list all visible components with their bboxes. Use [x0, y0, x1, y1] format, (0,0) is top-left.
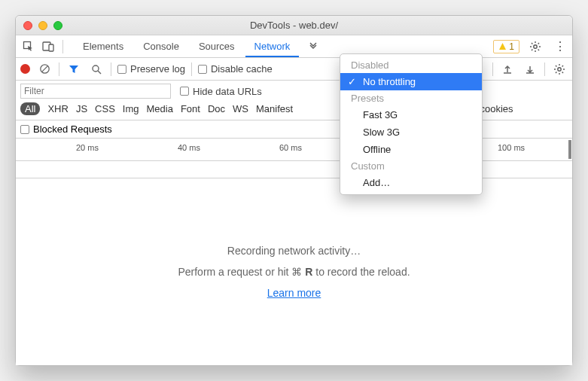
- throttle-option-offline[interactable]: Offline: [340, 141, 482, 158]
- hide-data-urls-checkbox[interactable]: Hide data URLs: [180, 86, 262, 97]
- tab-sources[interactable]: Sources: [190, 36, 244, 57]
- search-icon[interactable]: [88, 61, 105, 78]
- filter-ws[interactable]: WS: [233, 103, 248, 114]
- timeline-tick: 20 ms: [76, 143, 99, 152]
- resource-type-filters: All XHR JS CSS Img Media Font Doc WS Man…: [20, 102, 568, 115]
- filter-bar: Hide data URLs All XHR JS CSS Img Media …: [16, 81, 572, 120]
- empty-line1: Recording network activity…: [227, 245, 361, 257]
- filter-js[interactable]: JS: [76, 103, 87, 114]
- filter-img[interactable]: Img: [123, 103, 139, 114]
- network-settings-icon[interactable]: [551, 61, 568, 78]
- filter-xhr[interactable]: XHR: [47, 103, 68, 114]
- warnings-count: 1: [509, 41, 514, 52]
- warning-icon: [498, 42, 507, 50]
- disable-cache-checkbox[interactable]: Disable cache: [198, 63, 273, 75]
- settings-icon[interactable]: [527, 38, 544, 55]
- inspect-element-icon[interactable]: [20, 38, 37, 55]
- svg-point-3: [534, 44, 537, 47]
- main-toolbar: Elements Console Sources Network 1 ⋮: [16, 35, 572, 58]
- filter-icon[interactable]: [66, 61, 82, 78]
- filter-manifest[interactable]: Manifest: [256, 103, 293, 114]
- filter-font[interactable]: Font: [181, 103, 200, 114]
- export-har-icon[interactable]: [522, 61, 538, 78]
- svg-rect-2: [49, 44, 53, 51]
- warnings-badge[interactable]: 1: [493, 40, 519, 53]
- titlebar: DevTools - web.dev/: [16, 16, 572, 35]
- more-tabs-icon[interactable]: [305, 38, 321, 55]
- timeline-scrollbar[interactable]: [568, 140, 571, 159]
- filter-css[interactable]: CSS: [95, 103, 115, 114]
- device-toolbar-icon[interactable]: [40, 38, 56, 55]
- throttle-option-no-throttling[interactable]: No throttling: [340, 73, 482, 90]
- throttle-option-slow-3g[interactable]: Slow 3G: [340, 123, 482, 141]
- learn-more-link[interactable]: Learn more: [267, 287, 321, 299]
- filter-doc[interactable]: Doc: [208, 103, 225, 114]
- svg-point-8: [558, 67, 561, 70]
- filter-media[interactable]: Media: [146, 103, 172, 114]
- tab-console[interactable]: Console: [134, 36, 188, 57]
- timeline-tick: 100 ms: [498, 143, 525, 152]
- svg-point-6: [93, 66, 99, 72]
- svg-line-5: [41, 66, 47, 72]
- panel-tabs: Elements Console Sources Network: [74, 36, 299, 57]
- import-har-icon[interactable]: [499, 61, 516, 78]
- blocked-requests-checkbox[interactable]: Blocked Requests: [20, 123, 568, 135]
- timeline-ruler[interactable]: 20 ms 40 ms 60 ms 100 ms: [16, 139, 572, 161]
- dropdown-header-presets: Presets: [340, 90, 482, 106]
- network-toolbar: Preserve log Disable cache: [16, 58, 572, 81]
- more-options-icon[interactable]: ⋮: [551, 38, 568, 55]
- preserve-log-checkbox[interactable]: Preserve log: [117, 63, 185, 75]
- throttling-dropdown: Disabled No throttling Presets Fast 3G S…: [340, 53, 483, 195]
- dropdown-header-disabled: Disabled: [340, 57, 482, 73]
- throttle-option-add[interactable]: Add…: [340, 174, 482, 191]
- clear-icon[interactable]: [36, 61, 53, 78]
- record-button[interactable]: [20, 64, 30, 74]
- dropdown-header-custom: Custom: [340, 158, 482, 174]
- timeline-tick: 60 ms: [279, 143, 302, 152]
- throttle-option-fast-3g[interactable]: Fast 3G: [340, 106, 482, 123]
- filter-input[interactable]: [20, 84, 171, 99]
- empty-line2: Perform a request or hit ⌘ R to record t…: [178, 266, 410, 278]
- timeline-tick: 40 ms: [178, 143, 200, 152]
- tab-network[interactable]: Network: [245, 36, 300, 57]
- empty-state: Recording network activity… Perform a re…: [16, 178, 572, 365]
- blocked-requests-row: Blocked Requests: [16, 120, 572, 139]
- devtools-window: DevTools - web.dev/ Elements Console Sou…: [15, 15, 573, 366]
- filter-all[interactable]: All: [20, 102, 40, 115]
- svg-line-7: [98, 71, 101, 74]
- window-title: DevTools - web.dev/: [16, 20, 572, 31]
- tab-elements[interactable]: Elements: [74, 36, 133, 57]
